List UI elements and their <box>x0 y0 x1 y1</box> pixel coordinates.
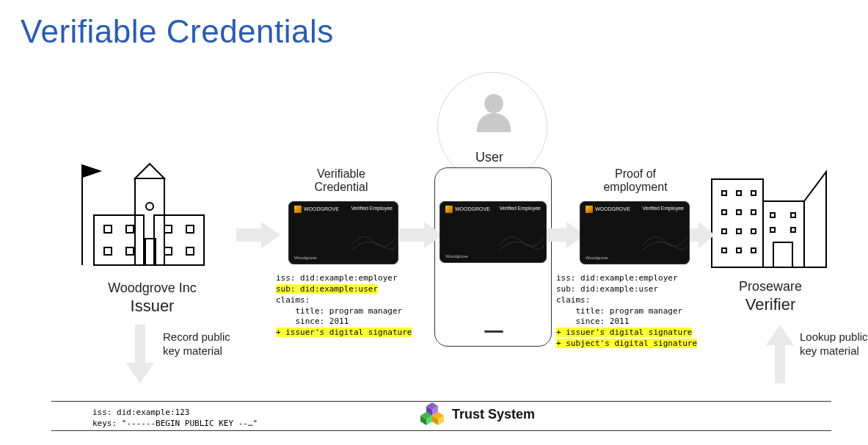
svg-rect-12 <box>186 225 194 233</box>
card-tag: Verified Employee <box>351 206 393 213</box>
svg-rect-19 <box>722 191 726 195</box>
svg-rect-24 <box>751 210 756 214</box>
user-label: User <box>475 150 503 165</box>
trust-system-label: Trust System <box>452 407 535 422</box>
lookup-label: Lookup public key material <box>800 330 868 358</box>
svg-rect-20 <box>737 191 741 195</box>
svg-rect-27 <box>751 229 756 234</box>
smartphone-home-indicator-icon <box>484 330 503 333</box>
svg-rect-14 <box>186 247 194 255</box>
card-brand-2: WOODGROVE <box>595 206 630 211</box>
svg-rect-9 <box>104 247 112 255</box>
svg-rect-2 <box>154 215 204 265</box>
svg-rect-8 <box>126 225 134 233</box>
arrow-issuer-to-vc-icon <box>236 222 280 248</box>
user-avatar-head-icon <box>484 94 503 113</box>
record-label: Record public key material <box>163 330 230 358</box>
proof-label: Proof of employment <box>584 167 687 194</box>
vc-card-2-icon: WOODGROVE Verified Employee Woodgrove <box>580 201 690 264</box>
svg-rect-11 <box>164 225 172 233</box>
trust-keys-code: iss: did:example:123 keys: "------BEGIN … <box>92 408 258 430</box>
svg-rect-10 <box>126 247 134 255</box>
svg-rect-28 <box>722 248 726 253</box>
svg-rect-34 <box>791 228 795 232</box>
card-issuer: Woodgrove <box>294 256 317 260</box>
card-brand-phone: WOODGROVE <box>455 206 490 211</box>
svg-rect-23 <box>737 210 741 214</box>
arrow-user-to-proof-icon <box>541 222 586 248</box>
svg-rect-3 <box>135 178 164 265</box>
vc-card-phone-icon: WOODGROVE Verified Employee Woodgrove <box>440 201 547 263</box>
trust-system-cubes-icon <box>418 401 446 432</box>
svg-rect-1 <box>94 215 144 265</box>
svg-rect-33 <box>770 228 775 232</box>
vc-card-1-icon: WOODGROVE Verified Employee Woodgrove <box>288 201 398 264</box>
issuer-role: Issuer <box>99 297 205 316</box>
proof-claims-code: iss: did:example:employer sub: did:examp… <box>556 273 697 350</box>
svg-rect-32 <box>791 213 795 217</box>
arrow-up-lookup-icon <box>766 325 794 383</box>
arrow-down-record-icon <box>126 325 154 383</box>
vc-label: Verifiable Credential <box>290 167 393 194</box>
arrow-proof-to-verifier-icon <box>685 222 715 248</box>
svg-rect-22 <box>722 210 726 214</box>
card-issuer-2: Woodgrove <box>586 256 608 260</box>
issuer-building-icon <box>73 136 227 271</box>
verifier-name: Proseware <box>704 279 836 294</box>
svg-marker-17 <box>804 172 826 267</box>
card-issuer-phone: Woodgrove <box>445 254 468 258</box>
svg-rect-18 <box>773 242 792 267</box>
card-brand: WOODGROVE <box>304 206 339 211</box>
svg-point-6 <box>146 203 153 210</box>
vc-claims-code: iss: did:example:employer sub: did:examp… <box>276 273 412 339</box>
verifier-building-icon <box>704 157 836 278</box>
issuer-name: Woodgrove Inc <box>99 281 205 296</box>
svg-rect-25 <box>722 229 726 234</box>
page-title: Verifiable Credentials <box>21 13 334 50</box>
verifier-role: Verifier <box>704 295 836 314</box>
card-tag-phone: Verified Employee <box>500 206 541 213</box>
svg-rect-29 <box>737 248 741 253</box>
svg-rect-26 <box>737 229 741 234</box>
svg-rect-21 <box>751 191 756 195</box>
svg-rect-13 <box>164 247 172 255</box>
card-tag-2: Verified Employee <box>643 206 684 213</box>
arrow-vc-to-user-icon <box>399 222 443 248</box>
svg-rect-30 <box>751 248 756 253</box>
svg-rect-16 <box>763 201 804 267</box>
svg-rect-7 <box>104 225 112 233</box>
svg-marker-4 <box>135 164 164 178</box>
svg-rect-31 <box>770 213 775 217</box>
